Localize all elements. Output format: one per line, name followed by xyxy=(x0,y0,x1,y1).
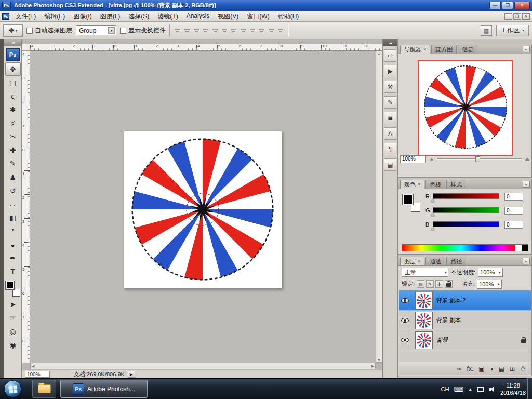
scroll-right-icon[interactable]: ▶ xyxy=(371,364,374,368)
show-transform-option[interactable]: 显示变换控件 xyxy=(120,26,166,35)
brushes-panel-icon[interactable]: ✎ xyxy=(384,96,396,109)
document-image[interactable] xyxy=(127,134,278,285)
lock-image-pixels-icon[interactable]: ✎ xyxy=(426,280,434,288)
start-button[interactable] xyxy=(4,380,21,397)
scroll-down-icon[interactable]: ▼ xyxy=(377,358,381,362)
horizontal-scrollbar[interactable]: ◀ ▶ xyxy=(30,363,376,369)
tab-close-icon[interactable]: × xyxy=(423,47,426,52)
toolbar-collapse-header[interactable]: ◂◂ xyxy=(4,39,21,46)
navigator-tab-2[interactable]: 信息 xyxy=(458,45,477,54)
opacity-input[interactable]: 100% ▸ xyxy=(478,268,503,277)
navigator-tab-0[interactable]: 导航器× xyxy=(400,45,430,54)
auto-select-layer-option[interactable]: 自动选择图层 xyxy=(26,26,72,35)
zoom-slider[interactable] xyxy=(437,158,522,160)
scroll-left-icon[interactable]: ◀ xyxy=(32,364,34,368)
eraser-tool[interactable]: ▱ xyxy=(5,197,21,211)
quick-mask-button[interactable]: ◉ xyxy=(5,338,21,352)
lock-position-icon[interactable]: ✛ xyxy=(435,280,443,288)
navigator-view-box[interactable] xyxy=(418,60,513,156)
language-indicator[interactable]: CH xyxy=(441,386,449,392)
color-ramp[interactable] xyxy=(402,244,528,251)
info-panel-icon[interactable]: ▤ xyxy=(384,158,396,171)
path-selection-tool[interactable]: ➤ xyxy=(5,298,21,311)
actions-panel-icon[interactable]: ▶ xyxy=(384,65,396,77)
brush-tool[interactable]: ✎ xyxy=(5,157,21,170)
dodge-tool[interactable]: ◒ xyxy=(5,238,21,251)
crop-tool[interactable]: ♯ xyxy=(5,116,21,130)
layers-panel-menu-button[interactable]: ≡ xyxy=(523,258,530,264)
navigator-zoom-input[interactable]: 100% xyxy=(400,155,426,163)
menu-item-7[interactable]: 视图(V) xyxy=(214,11,243,22)
delete-layer-icon[interactable]: ♺ xyxy=(520,365,526,373)
distribute-right-edges-icon[interactable] xyxy=(276,26,284,34)
show-desktop-button[interactable] xyxy=(527,378,532,399)
layer-group-icon[interactable]: ▤ xyxy=(499,365,504,373)
foreground-color-swatch[interactable] xyxy=(403,194,413,205)
quick-selection-tool[interactable]: ✱ xyxy=(5,103,21,116)
layer-mask-icon[interactable]: ▣ xyxy=(478,365,484,373)
slider-thumb-icon[interactable] xyxy=(431,227,435,230)
link-layers-icon[interactable]: ∞ xyxy=(457,365,462,373)
hand-tool[interactable]: ☞ xyxy=(5,311,21,325)
lock-all-icon[interactable] xyxy=(445,280,453,288)
slice-tool[interactable]: ✂ xyxy=(5,130,21,143)
tool-presets-panel-icon[interactable]: ⚒ xyxy=(384,81,396,93)
color-tab-0[interactable]: 颜色× xyxy=(400,180,424,189)
dock-collapse-header[interactable]: ◂◂ xyxy=(383,39,397,46)
status-menu-button[interactable]: ▶ xyxy=(128,371,135,378)
channel-slider[interactable] xyxy=(433,207,499,213)
tool-preset-picker[interactable]: ✥ ▾ xyxy=(3,24,23,37)
group-select[interactable]: Group ▾ xyxy=(76,25,116,35)
menu-item-8[interactable]: 窗口(W) xyxy=(243,11,273,22)
fill-input[interactable]: 100% ▸ xyxy=(477,280,502,289)
show-transform-checkbox[interactable] xyxy=(120,28,126,34)
status-zoom-input[interactable]: 100% xyxy=(25,371,50,378)
doc-restore-button[interactable]: ❐ xyxy=(513,13,521,20)
distribute-bottom-edges-icon[interactable] xyxy=(248,26,256,34)
foreground-color-swatch[interactable] xyxy=(6,281,14,289)
color-tab-1[interactable]: 色板 xyxy=(425,180,445,189)
doc-minimize-button[interactable]: — xyxy=(504,13,512,20)
menu-item-9[interactable]: 帮助(H) xyxy=(274,11,303,22)
zoom-out-icon[interactable] xyxy=(430,158,434,161)
layers-tab-2[interactable]: 路径 xyxy=(446,257,466,265)
maximize-button[interactable]: ❐ xyxy=(502,2,513,9)
zoom-in-icon[interactable] xyxy=(525,157,530,161)
gradient-tool[interactable]: ◧ xyxy=(5,211,21,224)
color-tab-2[interactable]: 样式 xyxy=(446,180,466,189)
layer-row-0[interactable]: 背景 副本 2 xyxy=(399,291,531,311)
menu-item-4[interactable]: 选择(S) xyxy=(124,11,153,22)
distribute-left-edges-icon[interactable] xyxy=(258,26,265,34)
align-vertical-centers-icon[interactable] xyxy=(183,26,191,34)
zoom-tool[interactable]: ◎ xyxy=(5,325,21,338)
tab-close-icon[interactable]: × xyxy=(418,259,420,264)
blur-tool[interactable]: ❜ xyxy=(5,224,21,238)
visibility-toggle[interactable] xyxy=(399,330,411,350)
channel-slider[interactable] xyxy=(433,193,499,199)
color-panel-menu-button[interactable]: ≡ xyxy=(523,181,530,188)
close-button[interactable]: ✕ xyxy=(514,2,530,9)
navigator-panel-menu-button[interactable]: ≡ xyxy=(523,46,530,52)
minimize-button[interactable]: — xyxy=(489,2,501,9)
history-panel-icon[interactable]: ↩ xyxy=(384,49,396,62)
distribute-top-edges-icon[interactable] xyxy=(230,26,237,34)
workspace-button[interactable]: 工作区 ▾ xyxy=(496,25,529,36)
menu-item-2[interactable]: 图像(I) xyxy=(69,11,96,22)
channel-value-input[interactable]: 0 xyxy=(504,221,523,229)
layers-tab-0[interactable]: 图层× xyxy=(400,257,424,265)
show-hidden-icons-button[interactable]: ▲ xyxy=(468,387,472,392)
layer-comps-panel-icon[interactable]: ≣ xyxy=(384,112,396,124)
slider-thumb-icon[interactable] xyxy=(431,199,435,202)
menu-item-0[interactable]: 文件(F) xyxy=(11,11,40,22)
paragraph-panel-icon[interactable]: ¶ xyxy=(384,143,396,155)
layer-row-2[interactable]: 背景 xyxy=(399,330,531,350)
distribute-horizontal-centers-icon[interactable] xyxy=(267,26,275,34)
visibility-toggle[interactable] xyxy=(399,311,411,330)
healing-brush-tool[interactable]: ✚ xyxy=(5,143,21,157)
network-icon[interactable] xyxy=(477,387,484,392)
visibility-toggle[interactable] xyxy=(399,291,411,310)
palette-well-icon[interactable]: ▦ xyxy=(481,25,492,36)
clock[interactable]: 11:28 2016/4/18 xyxy=(500,382,526,397)
menu-item-3[interactable]: 图层(L) xyxy=(96,11,125,22)
scroll-up-icon[interactable]: ▲ xyxy=(377,52,381,56)
